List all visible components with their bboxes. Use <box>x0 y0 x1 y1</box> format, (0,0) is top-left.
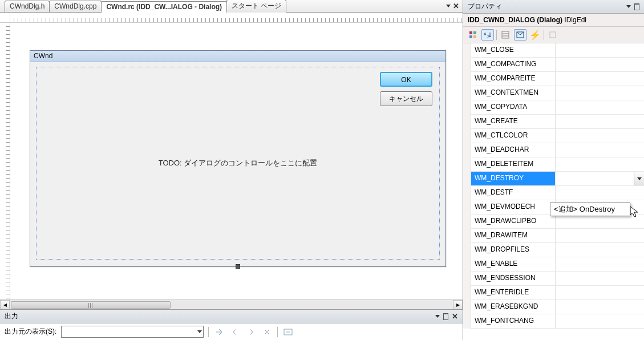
message-row[interactable]: WM_FONTCHANG <box>463 314 644 329</box>
design-canvas[interactable]: CWnd OK キャンセル TODO: ダイアログのコントロールをここに配置 <box>10 23 463 299</box>
dialog-client-area[interactable]: OK キャンセル TODO: ダイアログのコントロールをここに配置 <box>36 67 440 260</box>
message-value-cell[interactable] <box>556 115 644 129</box>
message-name[interactable]: WM_DESTROY <box>471 172 556 186</box>
panel-dropdown-icon[interactable] <box>435 315 440 318</box>
message-value-cell[interactable] <box>556 314 644 329</box>
message-value-cell[interactable] <box>556 272 644 286</box>
message-value-cell[interactable] <box>556 72 644 86</box>
message-name[interactable]: WM_DELETEITEM <box>471 157 556 172</box>
next-icon[interactable] <box>245 327 257 337</box>
horizontal-scrollbar[interactable]: ◂ ▸ <box>0 299 463 309</box>
message-value-cell[interactable] <box>556 157 644 172</box>
ruler-vertical <box>0 23 10 299</box>
wrap-icon[interactable] <box>282 327 294 337</box>
svg-rect-1 <box>469 31 472 34</box>
message-value-cell[interactable] <box>556 86 644 100</box>
output-panel-title: 出力 <box>5 311 18 321</box>
tab-cwnddlg-cpp[interactable]: CWndDlg.cpp <box>49 1 102 12</box>
pin-icon[interactable] <box>443 313 448 320</box>
message-row[interactable]: WM_ERASEBKGND <box>463 300 644 314</box>
message-name[interactable]: WM_CTLCOLOR <box>471 129 556 143</box>
message-value-cell[interactable] <box>556 129 644 143</box>
message-row[interactable]: WM_COMPAREITE <box>463 72 644 86</box>
message-name[interactable]: WM_ENTERIDLE <box>471 286 556 300</box>
toolbar-separator <box>496 30 497 40</box>
tab-cwnd-rc-dialog[interactable]: CWnd.rc (IDD_CW...IALOG - Dialog) <box>101 1 227 13</box>
scroll-thumb[interactable] <box>11 301 171 309</box>
message-value-cell[interactable] <box>556 186 644 200</box>
message-row[interactable]: WM_DRAWCLIPBO <box>463 214 644 229</box>
tab-cwnddlg-h[interactable]: CWndDlg.h <box>5 1 50 12</box>
message-row[interactable]: WM_DESTF <box>463 186 644 200</box>
scroll-left-icon[interactable]: ◂ <box>0 300 10 310</box>
message-name[interactable]: WM_CLOSE <box>471 43 556 58</box>
message-value-cell[interactable] <box>556 58 644 72</box>
message-value-cell[interactable] <box>556 172 644 186</box>
value-dropdown-button[interactable] <box>634 172 644 185</box>
message-value-cell[interactable] <box>556 100 644 115</box>
messages-icon[interactable] <box>514 29 526 41</box>
message-row[interactable]: WM_DESTROY <box>463 172 644 186</box>
message-row[interactable]: WM_CONTEXTMEN <box>463 86 644 100</box>
message-name[interactable]: WM_CREATE <box>471 115 556 129</box>
message-name[interactable]: WM_DRAWCLIPBO <box>471 214 556 229</box>
message-row[interactable]: WM_CLOSE <box>463 43 644 58</box>
message-value-cell[interactable] <box>556 300 644 314</box>
message-name[interactable]: WM_FONTCHANG <box>471 314 556 329</box>
pin-icon[interactable] <box>634 3 639 10</box>
message-row[interactable]: WM_DROPFILES <box>463 243 644 257</box>
message-row[interactable]: WM_DEADCHAR <box>463 143 644 157</box>
message-row[interactable]: WM_CREATE <box>463 115 644 129</box>
message-value-cell[interactable] <box>556 229 644 243</box>
message-row[interactable]: WM_DELETEITEM <box>463 157 644 172</box>
message-row[interactable]: WM_DRAWITEM <box>463 229 644 243</box>
message-row[interactable]: WM_ENTERIDLE <box>463 286 644 300</box>
message-value-cell[interactable] <box>556 257 644 272</box>
alphabetical-icon[interactable]: AZ <box>481 29 494 41</box>
close-tab-button[interactable]: ✕ <box>453 2 459 10</box>
message-name[interactable]: WM_DROPFILES <box>471 243 556 257</box>
message-name[interactable]: WM_DEADCHAR <box>471 143 556 157</box>
message-row[interactable]: WM_ENDSESSION <box>463 272 644 286</box>
dialog-titlebar[interactable]: CWnd <box>30 51 445 62</box>
message-name[interactable]: WM_DRAWITEM <box>471 229 556 243</box>
placeholder-text: TODO: ダイアログのコントロールをここに配置 <box>159 158 318 168</box>
panel-dropdown-icon[interactable] <box>626 5 631 8</box>
find-icon[interactable] <box>213 327 225 337</box>
message-value-cell[interactable] <box>556 286 644 300</box>
ruler-corner <box>0 13 10 23</box>
message-row[interactable]: WM_COPYDATA <box>463 100 644 115</box>
message-name[interactable]: WM_ENDSESSION <box>471 272 556 286</box>
message-name[interactable]: WM_CONTEXTMEN <box>471 86 556 100</box>
cancel-button[interactable]: キャンセル <box>380 91 432 106</box>
message-value-cell[interactable] <box>556 43 644 58</box>
properties-icon[interactable] <box>499 29 512 41</box>
row-gutter <box>463 200 471 214</box>
dialog-frame[interactable]: CWnd OK キャンセル TODO: ダイアログのコントロールをここに配置 <box>30 50 446 267</box>
message-row[interactable]: WM_ENABLE <box>463 257 644 272</box>
message-name[interactable]: WM_COMPAREITE <box>471 72 556 86</box>
clear-icon[interactable] <box>261 327 273 337</box>
handler-dropdown-option[interactable]: <追加> OnDestroy <box>550 203 630 216</box>
message-name[interactable]: WM_COMPACTING <box>471 58 556 72</box>
message-row[interactable]: WM_COMPACTING <box>463 58 644 72</box>
events-icon[interactable]: ⚡ <box>529 29 541 41</box>
output-source-combo[interactable] <box>61 326 204 338</box>
message-name[interactable]: WM_COPYDATA <box>471 100 556 115</box>
message-value-cell[interactable] <box>556 243 644 257</box>
property-pages-icon[interactable] <box>546 29 559 41</box>
tabs-dropdown-icon[interactable] <box>446 5 451 7</box>
message-value-cell[interactable] <box>556 143 644 157</box>
resize-grip[interactable] <box>236 264 240 269</box>
message-name[interactable]: WM_DESTF <box>471 186 556 200</box>
output-close-button[interactable]: ✕ <box>452 312 458 321</box>
message-name[interactable]: WM_DEVMODECH <box>471 200 556 214</box>
message-name[interactable]: WM_ERASEBKGND <box>471 300 556 314</box>
categorized-icon[interactable] <box>467 29 479 41</box>
ok-button[interactable]: OK <box>380 72 432 87</box>
prev-icon[interactable] <box>229 327 241 337</box>
message-name[interactable]: WM_ENABLE <box>471 257 556 272</box>
tab-start-page[interactable]: スタート ページ <box>226 0 286 13</box>
message-row[interactable]: WM_CTLCOLOR <box>463 129 644 143</box>
scroll-right-icon[interactable]: ▸ <box>453 300 463 310</box>
